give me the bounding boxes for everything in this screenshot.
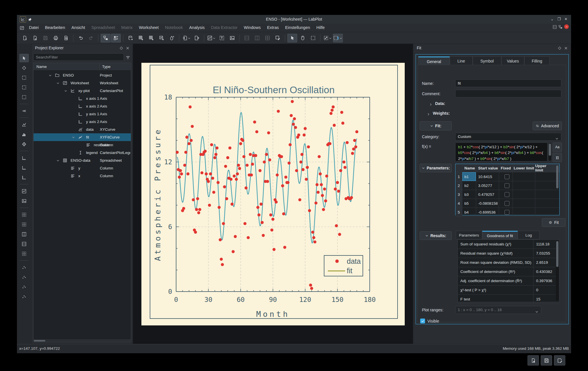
results-section-button[interactable]: Results:: [420, 231, 452, 240]
goodness-of-fit-table[interactable]: Sum of squared residuals (χ²)1118.18Resi…: [457, 239, 560, 302]
xy-plot[interactable]: El Niño-Southern Oscillation030609012015…: [141, 63, 405, 325]
expand-chevron-icon[interactable]: [72, 135, 75, 139]
zoom-100-button[interactable]: 1: [333, 34, 343, 42]
new-spreadsheet-button[interactable]: [136, 34, 146, 42]
fixed-checkbox[interactable]: [505, 174, 509, 179]
menu-windows[interactable]: Windows: [241, 24, 264, 32]
goodness-row[interactable]: F test15: [458, 295, 559, 304]
float-dock-icon[interactable]: [119, 46, 124, 50]
new-text-label-button[interactable]: [217, 34, 227, 42]
print-preview-button[interactable]: [61, 34, 71, 42]
close-button[interactable]: ✕: [563, 16, 569, 22]
goodness-row[interactable]: Root mean square deviation (RMSD, SD)2.6…: [458, 258, 559, 267]
tool-layout-grid-2[interactable]: [20, 220, 29, 229]
tool-zoom-selection[interactable]: [20, 73, 29, 82]
goodness-row[interactable]: Residual mean square (χ²/dof)7.03255: [458, 249, 559, 258]
zoom-fit-button[interactable]: [323, 34, 332, 42]
fixed-checkbox[interactable]: [505, 192, 509, 197]
data-section-chevron-icon[interactable]: [429, 102, 433, 106]
maximize-button[interactable]: ❐: [556, 16, 562, 22]
tool-shift-range[interactable]: [20, 107, 29, 115]
titlebar[interactable]: ENSO - [Worksheet] — LabPlot ⌄❐✕: [17, 15, 571, 24]
tree-row-fit[interactable]: fit XYFitCurve: [34, 133, 131, 141]
parameters-section-button[interactable]: Parameters:: [420, 164, 452, 172]
name-field[interactable]: [455, 79, 561, 87]
results-tab-parameters[interactable]: Parameters: [456, 231, 482, 239]
comment-field[interactable]: [455, 90, 561, 97]
formula-scrollbar[interactable]: [548, 143, 551, 161]
menu-einstellungen[interactable]: Einstellungen: [282, 24, 313, 32]
menu-worksheet[interactable]: Worksheet: [136, 24, 162, 32]
save-function-button[interactable]: [541, 355, 552, 366]
tree-row-y-axis-1[interactable]: y axis 1 Axis: [34, 110, 131, 118]
navigate-mode-button[interactable]: [298, 34, 307, 42]
tab-filling[interactable]: Filling: [524, 56, 550, 65]
tool-select[interactable]: [20, 54, 29, 62]
tool-add-axis[interactable]: [20, 173, 29, 181]
weights-section-label[interactable]: Weights:: [433, 111, 450, 116]
tree-row-data[interactable]: data XYCurve: [34, 126, 131, 133]
tree-row-residuals[interactable]: residuals Column: [34, 141, 131, 149]
fit-curve[interactable]: [177, 112, 357, 243]
tool-layout-vertical[interactable]: [20, 240, 29, 248]
tree-row-x-axis-1[interactable]: x axis 1 Axis: [34, 95, 131, 102]
tree-row-ENSO[interactable]: ENSO Project: [34, 71, 131, 79]
tool-layout-grid-3[interactable]: [20, 249, 29, 258]
select-mode-button[interactable]: [287, 34, 297, 42]
tool-data-points-2[interactable]: [20, 273, 29, 281]
tool-add-boxplot[interactable]: [20, 140, 29, 148]
new-matrix-button[interactable]: [146, 34, 156, 42]
new-project-button[interactable]: [20, 34, 30, 42]
horizontal-scrollbar[interactable]: [33, 339, 131, 342]
project-explorer-titlebar[interactable]: Project Explorer: [32, 44, 133, 52]
tool-zoom-y-selection[interactable]: [20, 93, 29, 101]
menu-datei[interactable]: Datei: [26, 24, 42, 32]
new-worksheet-button[interactable]: [157, 34, 166, 42]
insert-constant-button[interactable]: Aa: [553, 142, 562, 152]
tab-values[interactable]: Values: [501, 56, 524, 65]
export-button[interactable]: [192, 34, 202, 42]
visible-checkbox[interactable]: [420, 319, 425, 323]
import-button[interactable]: [182, 34, 191, 42]
tool-add-xy-curve[interactable]: [20, 120, 29, 129]
new-data-extractor-button[interactable]: [167, 34, 177, 42]
goodness-row[interactable]: Adj. coefficient of determination (R̄²)0…: [458, 276, 559, 286]
edit-layout-button[interactable]: [273, 34, 283, 42]
undo-button[interactable]: [76, 34, 85, 42]
filter-options-icon[interactable]: [126, 55, 130, 60]
worksheet-window-icon[interactable]: [20, 25, 24, 30]
tool-zoom-x-selection[interactable]: [20, 83, 29, 91]
tool-add-plot-area[interactable]: [20, 187, 29, 195]
y-axis-label[interactable]: Atmospheric Pressure: [153, 128, 162, 261]
shade-button[interactable]: ⌄: [549, 16, 555, 22]
formula-textedit[interactable]: b1 + b2*cos( 2*pi*x/12 ) + b3*sin( 2*pi*…: [455, 142, 548, 161]
menu-hilfe[interactable]: Hilfe: [313, 24, 328, 32]
data-section-label[interactable]: Data:: [435, 101, 445, 106]
tree-row-Worksheet[interactable]: Worksheet Worksheet: [34, 79, 131, 87]
tree-row-y[interactable]: y Column: [34, 164, 131, 172]
mdi-restore-icon[interactable]: [558, 24, 562, 29]
column-header-type[interactable]: Type: [100, 63, 110, 70]
search-input[interactable]: [33, 53, 124, 61]
expand-chevron-icon[interactable]: [64, 89, 67, 93]
toggle-project-explorer-button[interactable]: [101, 34, 110, 42]
close-dock-icon[interactable]: [564, 46, 568, 50]
results-tab-log[interactable]: Log: [518, 231, 540, 239]
load-function-button[interactable]: [527, 355, 539, 366]
tree-row-legend[interactable]: legend CartesianPlotLegend: [34, 149, 131, 157]
parameters-table[interactable]: NameStart valueFixedLower limitUpper lim…: [455, 164, 560, 215]
parameter-row-b3[interactable]: 3 b3 0.479257: [455, 190, 559, 199]
parameter-row-b5[interactable]: 4 b5 -0.0808158: [455, 199, 559, 208]
results-scrollbar[interactable]: [556, 241, 559, 301]
x-axis-label[interactable]: Month: [256, 310, 289, 319]
worksheet-view[interactable]: El Niño-Southern Oscillation030609012015…: [133, 44, 413, 344]
tree-row-xy-plot[interactable]: xy-plot CartesianPlot: [34, 87, 131, 95]
tab-line[interactable]: Line: [450, 56, 473, 65]
menu-bearbeiten[interactable]: Bearbeiten: [42, 24, 68, 32]
worksheet-sheet[interactable]: El Niño-Southern Oscillation030609012015…: [141, 63, 405, 325]
print-button[interactable]: [51, 34, 61, 42]
tool-crosshair[interactable]: [20, 64, 29, 72]
plot-legend[interactable]: datafit: [324, 255, 363, 276]
tab-symbol[interactable]: Symbol: [473, 56, 501, 65]
mdi-minimize-icon[interactable]: [553, 24, 557, 29]
